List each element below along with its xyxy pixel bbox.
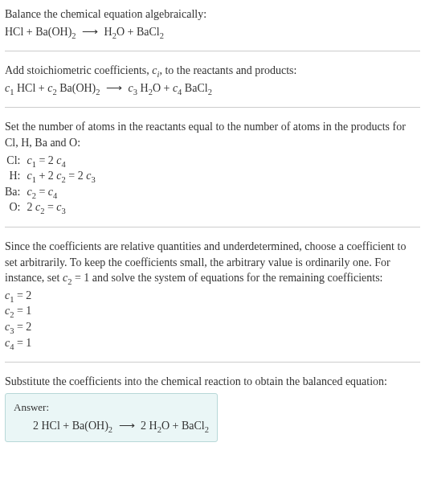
element-label: Ba: xyxy=(5,184,27,200)
coefficient-value: c4 = 1 xyxy=(5,335,420,351)
atom-balance-table: Cl: c1 = 2 c4 H: c1 + 2 c2 = 2 c3 Ba: c2… xyxy=(5,153,96,215)
answer-label: Answer: xyxy=(14,400,209,415)
element-label: O: xyxy=(5,199,27,215)
section-solve: Since the coefficients are relative quan… xyxy=(5,239,420,363)
equation-with-coeffs: c1 HCl + c2 Ba(OH)2 ⟶ c3 H2O + c4 BaCl2 xyxy=(5,80,420,96)
balanced-equation: 2 HCl + Ba(OH)2 ⟶ 2 H2O + BaCl2 xyxy=(14,418,209,434)
section-answer: Substitute the coefficients into the che… xyxy=(5,374,420,453)
intro-text: Add stoichiometric coefficients, ci, to … xyxy=(5,63,420,79)
table-row: H: c1 + 2 c2 = 2 c3 xyxy=(5,168,96,184)
intro-text: Balance the chemical equation algebraica… xyxy=(5,6,420,23)
element-label: H: xyxy=(5,168,27,184)
coefficient-value: c1 = 2 xyxy=(5,288,420,304)
table-row: Ba: c2 = c4 xyxy=(5,184,96,200)
section-atom-balance: Set the number of atoms in the reactants… xyxy=(5,119,420,227)
element-label: Cl: xyxy=(5,153,27,169)
table-row: O: 2 c2 = c3 xyxy=(5,199,96,215)
intro-text: Set the number of atoms in the reactants… xyxy=(5,119,420,150)
section-balance-intro: Balance the chemical equation algebraica… xyxy=(5,6,420,51)
intro-text: Substitute the coefficients into the che… xyxy=(5,374,420,390)
coefficient-value: c2 = 1 xyxy=(5,303,420,319)
balance-equation: c1 + 2 c2 = 2 c3 xyxy=(27,168,95,184)
equation-unbalanced: HCl + Ba(OH)2 ⟶ H2O + BaCl2 xyxy=(5,24,420,40)
balance-equation: 2 c2 = c3 xyxy=(27,199,95,215)
balance-equation: c1 = 2 c4 xyxy=(27,153,95,169)
table-row: Cl: c1 = 2 c4 xyxy=(5,153,96,169)
answer-box: Answer: 2 HCl + Ba(OH)2 ⟶ 2 H2O + BaCl2 xyxy=(5,393,218,443)
balance-equation: c2 = c4 xyxy=(27,184,95,200)
section-add-coeffs: Add stoichiometric coefficients, ci, to … xyxy=(5,63,420,108)
intro-text: Since the coefficients are relative quan… xyxy=(5,239,420,286)
coefficient-value: c3 = 2 xyxy=(5,319,420,335)
